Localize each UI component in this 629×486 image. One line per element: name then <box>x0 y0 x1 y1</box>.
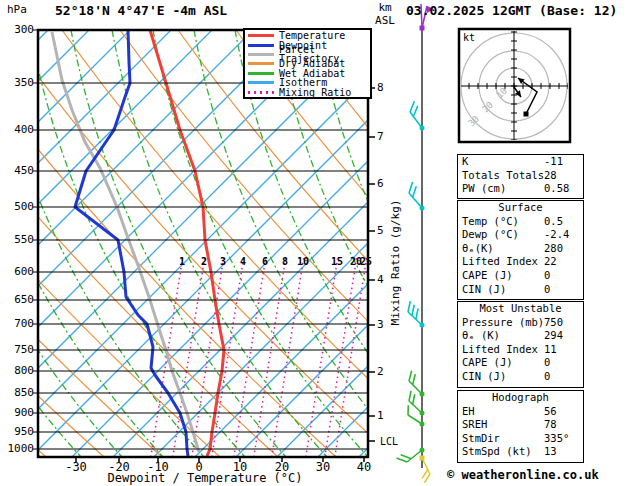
station-title: 52°18'N 4°47'E -4m ASL <box>55 3 227 18</box>
indices-row: CIN (J)0 <box>458 283 583 297</box>
altitude-axis-unit: km ASL <box>369 1 401 27</box>
legend-box: TemperatureDewpointParcel TrajectoryDry … <box>243 28 372 99</box>
pressure-tick-label: 650 <box>0 294 34 306</box>
indices-row: Totals Totals28 <box>458 169 583 183</box>
indices-section: K-11Totals Totals28PW (cm)0.58 <box>457 154 584 199</box>
temp-tick-label: 10 <box>233 460 247 474</box>
pressure-tick-label: 850 <box>0 387 34 399</box>
legend-swatch <box>248 72 274 75</box>
legend-label: Temperature <box>279 31 345 40</box>
legend-row: Isotherm <box>248 78 370 87</box>
indices-row-value: 13 <box>544 445 557 459</box>
mixing-ratio-value-label: 4 <box>240 256 246 267</box>
km-tick-label: 8 <box>377 82 384 94</box>
indices-row-value: 28 <box>544 169 557 183</box>
indices-row-value: 294 <box>544 329 563 343</box>
temp-tick-label: -20 <box>108 460 130 474</box>
legend-swatch <box>248 44 274 47</box>
indices-section-title: Surface <box>458 201 583 215</box>
pressure-tick-label: 300 <box>0 24 34 36</box>
hodograph-unit-label: kt <box>463 32 475 43</box>
indices-row-value: 56 <box>544 405 557 419</box>
pressure-tick-label: 500 <box>0 201 34 213</box>
pressure-tick-label: 400 <box>0 124 34 136</box>
indices-section-title: Most Unstable <box>458 302 583 316</box>
indices-row-label: SREH <box>462 418 487 430</box>
legend-swatch <box>248 62 274 65</box>
indices-row-value: 0 <box>544 370 550 384</box>
temp-tick-label: 20 <box>275 460 289 474</box>
indices-row: K-11 <box>458 155 583 169</box>
indices-row: Temp (°C)0.5 <box>458 215 583 229</box>
mixing-ratio-value-label: 25 <box>360 256 372 267</box>
indices-row-value: 22 <box>544 255 557 269</box>
indices-row-label: Dewp (°C) <box>462 228 519 240</box>
km-tick-label: 3 <box>377 319 384 331</box>
indices-row: Lifted Index11 <box>458 343 583 357</box>
indices-row-label: Lifted Index <box>462 255 538 267</box>
indices-section-title: Hodograph <box>458 391 583 405</box>
indices-row: StmSpd (kt)13 <box>458 445 583 459</box>
indices-section: SurfaceTemp (°C)0.5Dewp (°C)-2.4θₑ(K)280… <box>457 200 584 300</box>
indices-row-value: 750 <box>544 316 563 330</box>
km-tick-label: 6 <box>377 178 384 190</box>
legend-swatch <box>248 81 274 84</box>
legend-label: Isotherm <box>279 78 327 87</box>
indices-row: θₑ(K)280 <box>458 242 583 256</box>
lcl-label: LCL <box>380 436 398 447</box>
indices-row-label: CIN (J) <box>462 283 506 295</box>
run-date: 03.02.2025 12GMT (Base: 12) <box>406 3 617 18</box>
indices-row-label: StmSpd (kt) <box>462 445 532 457</box>
temp-tick-label: -10 <box>147 460 169 474</box>
mixing-ratio-line <box>254 255 286 457</box>
indices-row: CAPE (J)0 <box>458 269 583 283</box>
legend-row: Mixing Ratio <box>248 87 370 96</box>
indices-row: PW (cm)0.58 <box>458 182 583 196</box>
indices-row-value: 78 <box>544 418 557 432</box>
temp-tick-label: 30 <box>316 460 330 474</box>
indices-row-value: 0.5 <box>544 215 563 229</box>
mixing-ratio-value-label: 3 <box>220 256 226 267</box>
indices-row-label: Temp (°C) <box>462 215 519 227</box>
km-tick-label: 5 <box>377 225 384 237</box>
wind-barb <box>420 456 431 483</box>
pressure-tick-label: 800 <box>0 365 34 377</box>
pressure-tick-label: 1000 <box>0 443 34 455</box>
mixing-ratio-value-label: 6 <box>262 256 268 267</box>
indices-row: CAPE (J)0 <box>458 356 583 370</box>
indices-row-value: 11 <box>544 343 557 357</box>
pressure-tick-label: 600 <box>0 266 34 278</box>
indices-row-value: 0.58 <box>544 182 569 196</box>
mixing-ratio-line <box>234 255 266 457</box>
indices-row-label: EH <box>462 405 475 417</box>
legend-swatch <box>248 34 274 37</box>
mixing-ratio-line <box>335 255 367 457</box>
km-tick-label: 7 <box>377 131 384 143</box>
indices-row-value: 280 <box>544 242 563 256</box>
pressure-tick-label: 750 <box>0 344 34 356</box>
mixing-ratio-value-label: 1 <box>179 256 185 267</box>
indices-row: Dewp (°C)-2.4 <box>458 228 583 242</box>
indices-row: θₑ (K)294 <box>458 329 583 343</box>
indices-row: Lifted Index22 <box>458 255 583 269</box>
indices-row-label: PW (cm) <box>462 182 506 194</box>
indices-row-value: 335° <box>544 432 569 446</box>
indices-row-value: -2.4 <box>544 228 569 242</box>
temp-tick-label: -30 <box>65 460 87 474</box>
indices-row-value: 0 <box>544 356 550 370</box>
mixing-ratio-value-label: 10 <box>297 256 309 267</box>
temp-tick-label: 40 <box>357 460 371 474</box>
mixing-ratio-axis-title: Mixing Ratio (g/kg) <box>389 178 402 348</box>
mixing-ratio-line <box>173 255 205 457</box>
skewt-sounding-chart: 102030 hPa 52°18'N 4°47'E -4m ASL 03.02.… <box>0 0 629 486</box>
mixing-ratio-value-label: 2 <box>201 256 207 267</box>
indices-row: SREH78 <box>458 418 583 432</box>
indices-row-value: 0 <box>544 269 550 283</box>
mixing-ratio-line <box>192 255 224 457</box>
indices-row-label: Pressure (mb) <box>462 316 544 328</box>
legend-label: Mixing Ratio <box>279 88 351 97</box>
pressure-tick-label: 700 <box>0 318 34 330</box>
indices-row-label: Totals Totals <box>462 169 544 181</box>
indices-row: Pressure (mb)750 <box>458 316 583 330</box>
copyright-text: © weatheronline.co.uk <box>447 468 599 482</box>
